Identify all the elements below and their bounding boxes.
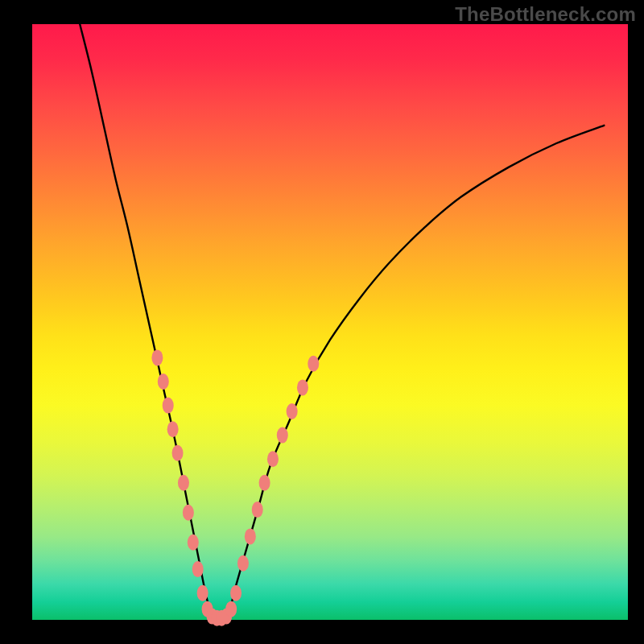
bead xyxy=(277,427,288,444)
bead xyxy=(252,502,263,518)
bead xyxy=(245,528,256,544)
chart-frame: TheBottleneck.com xyxy=(0,0,644,644)
bead xyxy=(230,585,242,601)
bead xyxy=(178,475,189,491)
bead xyxy=(197,585,208,601)
bead xyxy=(259,475,270,491)
bead xyxy=(183,505,194,521)
bead xyxy=(163,398,174,414)
bead xyxy=(158,374,169,390)
bead xyxy=(172,445,184,461)
plot-area xyxy=(32,24,628,620)
bead xyxy=(287,403,298,419)
bead xyxy=(308,356,319,372)
bead xyxy=(267,451,279,467)
plot-overlay xyxy=(32,24,628,620)
bead xyxy=(188,535,199,551)
bead xyxy=(151,349,163,365)
bottleneck-curve xyxy=(80,24,604,621)
bead xyxy=(225,601,237,617)
bead xyxy=(167,421,179,437)
bead xyxy=(237,555,249,572)
bead xyxy=(297,379,308,395)
watermark-text: TheBottleneck.com xyxy=(455,3,636,26)
bead xyxy=(192,561,204,577)
